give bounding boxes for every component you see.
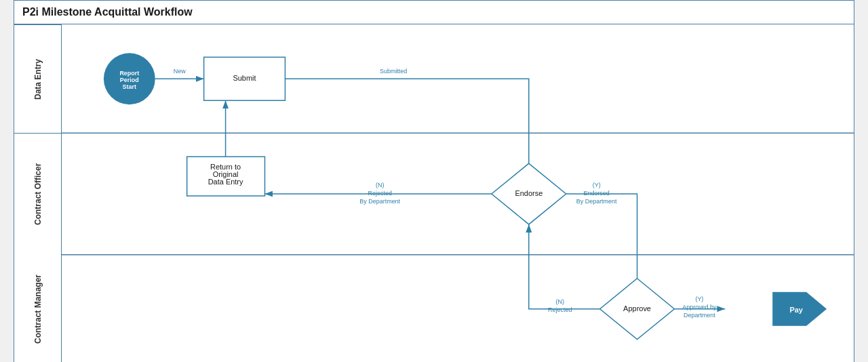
edge-rejected-dept-label-text1: Rejected (368, 190, 391, 197)
edge-rejected-dept-label-n: (N) (376, 182, 384, 188)
endorse-label: Endorse (515, 189, 542, 197)
edge-submitted-label: Submitted (380, 68, 407, 75)
diagram-body: Data Entry Contract Officer Contract Man… (14, 24, 854, 362)
lane-label-contract-officer: Contract Officer (14, 133, 61, 255)
pay-label: Pay (789, 306, 803, 314)
edge-approved-label-text1: Approved by (682, 304, 717, 310)
edge-submitted (285, 79, 528, 194)
edge-approved-label-y: (Y) (695, 296, 703, 302)
edge-new-label: New (174, 68, 186, 75)
lane-label-contract-manager: Contract Manager (14, 255, 61, 362)
report-period-start-label3: Start (123, 83, 136, 90)
edge-rejected-label-n: (N) (556, 298, 564, 305)
report-period-start-label2: Period (120, 77, 139, 83)
lane-label-data-entry: Data Entry (14, 24, 61, 133)
submit-label: Submit (233, 74, 256, 82)
diagram-title: P2i Milestone Acquittal Workflow (14, 1, 854, 24)
lane-labels: Data Entry Contract Officer Contract Man… (14, 24, 62, 362)
diagram-container: P2i Milestone Acquittal Workflow Data En… (14, 0, 854, 362)
edge-rejected (529, 224, 600, 309)
edge-endorsed-label-y: (Y) (593, 182, 601, 188)
edge-endorsed-label-text1: Endorsed (583, 190, 609, 197)
report-period-start-label: Report (119, 70, 139, 77)
edge-approved-label-text2: Department (684, 312, 715, 319)
approve-label: Approve (623, 304, 651, 313)
lanes-content: Report Period Start New Submit Submitted… (62, 24, 854, 362)
edge-endorsed (566, 194, 637, 289)
edge-endorsed-label-text2: By Department (576, 198, 617, 205)
edge-rejected-dept-label-text2: By Department (359, 198, 400, 205)
workflow-svg: Report Period Start New Submit Submitted… (62, 24, 854, 362)
edge-rejected-label-text: Rejected (548, 306, 572, 313)
return-to-original-label3: Data Entry (208, 178, 243, 186)
